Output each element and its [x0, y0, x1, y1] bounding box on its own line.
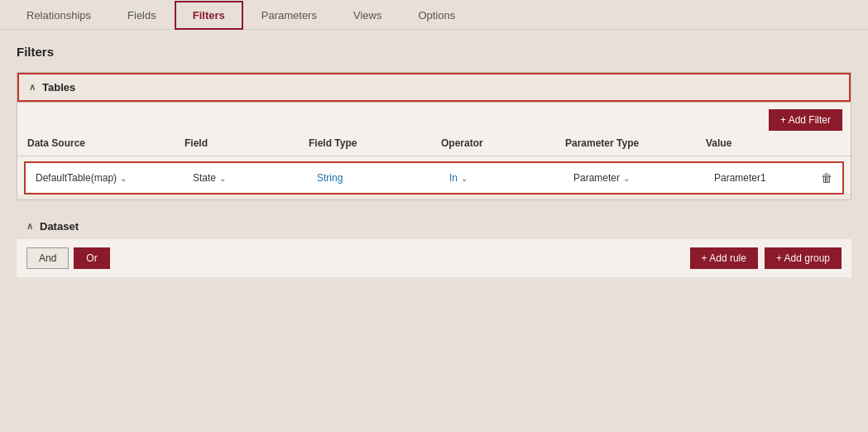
action-buttons: + Add rule + Add group: [690, 247, 842, 269]
data-source-dropdown-icon[interactable]: ⌄: [120, 174, 127, 183]
chevron-up-icon-2: ∧: [26, 221, 33, 232]
and-button[interactable]: And: [26, 247, 69, 269]
field-value: State: [193, 172, 216, 184]
tab-options[interactable]: Options: [400, 1, 473, 30]
table-header: Data Source Field Field Type Operator Pa…: [17, 131, 851, 156]
tab-fields[interactable]: Fields: [109, 1, 175, 30]
tab-relationships[interactable]: Relationships: [8, 1, 109, 30]
tables-section-header[interactable]: ∧ Tables: [17, 73, 851, 102]
col-value: Value: [706, 137, 841, 149]
add-filter-button[interactable]: + Add Filter: [769, 109, 842, 131]
data-source-cell: DefaultTable(map) ⌄: [36, 172, 193, 184]
col-field-type: Field Type: [309, 137, 441, 149]
add-group-button[interactable]: + Add group: [765, 247, 842, 269]
tables-section: ∧ Tables + Add Filter Data Source Field …: [17, 72, 851, 200]
tables-section-body: + Add Filter Data Source Field Field Typ…: [17, 102, 851, 194]
table-row: DefaultTable(map) ⌄ State ⌄ String In ⌄ …: [24, 161, 844, 194]
dataset-section-body: And Or + Add rule + Add group: [17, 239, 851, 277]
page-title: Filters: [17, 45, 851, 59]
parameter-type-cell: Parameter ⌄: [573, 172, 714, 184]
field-type-value: String: [317, 172, 343, 184]
tab-filters[interactable]: Filters: [175, 1, 243, 30]
tables-section-label: Tables: [42, 81, 75, 94]
value-value: Parameter1: [714, 172, 766, 184]
add-rule-button[interactable]: + Add rule: [690, 247, 758, 269]
col-data-source: Data Source: [27, 137, 185, 149]
dataset-section: ∧ Dataset And Or + Add rule + Add group: [17, 214, 851, 277]
parameter-type-value: Parameter: [573, 172, 620, 184]
operator-dropdown-icon[interactable]: ⌄: [461, 174, 468, 183]
logic-buttons: And Or: [26, 247, 110, 269]
col-field: Field: [185, 137, 309, 149]
tab-parameters[interactable]: Parameters: [243, 1, 335, 30]
col-parameter-type: Parameter Type: [565, 137, 706, 149]
chevron-up-icon: ∧: [29, 82, 36, 93]
field-type-cell: String: [317, 172, 449, 184]
data-source-value: DefaultTable(map): [36, 172, 117, 184]
field-dropdown-icon[interactable]: ⌄: [219, 174, 226, 183]
tab-views[interactable]: Views: [335, 1, 400, 30]
delete-row-icon[interactable]: 🗑: [821, 171, 832, 185]
parameter-type-dropdown-icon[interactable]: ⌄: [623, 174, 630, 183]
operator-value: In: [449, 172, 458, 184]
main-content: Filters ∧ Tables + Add Filter Data Sourc…: [0, 30, 868, 292]
dataset-section-label: Dataset: [40, 220, 79, 233]
add-filter-bar: + Add Filter: [17, 103, 851, 131]
tab-bar: Relationships Fields Filters Parameters …: [0, 0, 868, 30]
field-cell: State ⌄: [193, 172, 317, 184]
value-cell: Parameter1 🗑: [714, 171, 832, 185]
operator-cell: In ⌄: [449, 172, 573, 184]
dataset-section-header[interactable]: ∧ Dataset: [17, 214, 851, 239]
col-operator: Operator: [441, 137, 565, 149]
or-button[interactable]: Or: [74, 247, 109, 269]
